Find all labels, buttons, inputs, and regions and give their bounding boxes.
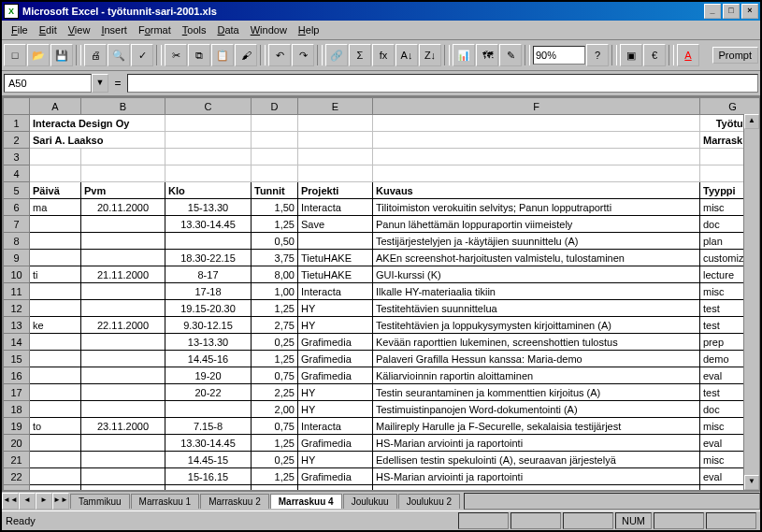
col-D[interactable]: D	[252, 98, 298, 115]
cell[interactable]: Tilitoimiston verokuitin selvitys; Panun…	[373, 199, 700, 216]
help-icon[interactable]: ?	[586, 44, 609, 66]
sheet-tab[interactable]: Marraskuu 2	[200, 494, 269, 509]
font-color-icon[interactable]: A	[677, 44, 699, 66]
menu-insert[interactable]: Insert	[95, 22, 133, 37]
cell[interactable]: 1,25	[252, 435, 298, 452]
col-F[interactable]: F	[373, 98, 700, 115]
cell[interactable]: 0,50	[252, 233, 298, 250]
scroll-down-icon[interactable]: ▼	[744, 475, 759, 490]
cell[interactable]	[30, 384, 81, 401]
cell[interactable]: 20.11.2000	[81, 199, 165, 216]
row-head[interactable]: 17	[4, 384, 30, 401]
formula-input[interactable]	[127, 74, 758, 93]
cell[interactable]	[30, 250, 81, 266]
cell[interactable]	[30, 351, 81, 367]
function-icon[interactable]: fx	[372, 44, 395, 66]
cell[interactable]: 1,50	[252, 199, 298, 216]
hdr-klo[interactable]: Klo	[165, 182, 252, 199]
horizontal-scrollbar[interactable]	[464, 493, 760, 510]
cell[interactable]	[165, 233, 252, 250]
paste-icon[interactable]: 📋	[211, 44, 234, 66]
sheet-tab[interactable]: Marraskuu 1	[131, 494, 200, 509]
cell[interactable]: Testitehtävien suunnittelua	[373, 300, 700, 317]
cell[interactable]	[30, 452, 81, 468]
cell[interactable]: Interacta	[298, 199, 373, 216]
cell[interactable]	[30, 401, 81, 418]
cell[interactable]: 21.11.2000	[81, 266, 165, 283]
row-head[interactable]: 10	[4, 266, 30, 283]
row-head[interactable]: 20	[4, 435, 30, 452]
hdr-pvm[interactable]: Pvm	[81, 182, 165, 199]
preview-icon[interactable]: 🔍	[108, 44, 130, 66]
cell[interactable]: 22.11.2000	[81, 317, 165, 334]
euro-icon[interactable]: €	[643, 44, 666, 66]
close-button[interactable]: ×	[741, 4, 758, 19]
cell[interactable]: Käliarvioinnin raportin aloittaminen	[373, 367, 700, 384]
cell[interactable]: Testitehtävien ja loppukysymysten kirjoi…	[373, 317, 700, 334]
cell[interactable]: HY	[298, 485, 373, 491]
cell[interactable]	[81, 485, 165, 491]
cell[interactable]	[81, 384, 165, 401]
menu-window[interactable]: Window	[245, 22, 293, 37]
sort-desc-icon[interactable]: Z↓	[419, 44, 441, 66]
row-head[interactable]: 23	[4, 485, 30, 491]
name-box[interactable]: A50	[4, 74, 92, 93]
menu-help[interactable]: Help	[293, 22, 325, 37]
col-A[interactable]: A	[30, 98, 81, 115]
autosum-icon[interactable]: Σ	[349, 44, 371, 66]
row-head[interactable]: 11	[4, 283, 30, 300]
row-head[interactable]: 13	[4, 317, 30, 334]
cell[interactable]: 15-13.30	[165, 199, 252, 216]
cell[interactable]: 2,75	[252, 317, 298, 334]
cell-A2[interactable]: Sari A. Laakso	[30, 132, 165, 149]
row-head[interactable]: 18	[4, 401, 30, 418]
cell[interactable]: 3,75	[252, 250, 298, 266]
cut-icon[interactable]: ✂	[165, 44, 187, 66]
cell[interactable]	[30, 485, 81, 491]
row-head[interactable]: 8	[4, 233, 30, 250]
cell[interactable]: 0,25	[252, 334, 298, 351]
cell[interactable]	[81, 351, 165, 367]
cell[interactable]: HS-Marian arviointi ja raportointi	[373, 435, 700, 452]
cell[interactable]: GUI-kurssi (K)	[373, 266, 700, 283]
cell[interactable]: TietuHAKE	[298, 266, 373, 283]
copy-icon[interactable]: ⧉	[188, 44, 210, 66]
menu-format[interactable]: Format	[133, 22, 177, 37]
cell[interactable]: 20-22	[165, 384, 252, 401]
row-head[interactable]: 15	[4, 351, 30, 367]
cell[interactable]	[81, 452, 165, 468]
cell[interactable]	[81, 468, 165, 485]
col-G[interactable]: G	[700, 98, 760, 115]
cell[interactable]	[81, 283, 165, 300]
cell[interactable]: 1,25	[252, 300, 298, 317]
hdr-tunnit[interactable]: Tunnit	[252, 182, 298, 199]
cell[interactable]: 15-16.15	[165, 468, 252, 485]
cell[interactable]: to	[30, 418, 81, 435]
cell[interactable]	[81, 334, 165, 351]
tab-prev-icon[interactable]: ◄	[19, 493, 36, 510]
cell[interactable]: 0,75	[252, 418, 298, 435]
cell[interactable]: 1,25	[252, 468, 298, 485]
row-head[interactable]: 21	[4, 452, 30, 468]
cell[interactable]: Interacta	[298, 283, 373, 300]
name-dropdown[interactable]: ▼	[92, 74, 108, 93]
cell[interactable]: ti	[30, 266, 81, 283]
cell[interactable]	[30, 468, 81, 485]
sheet-tab[interactable]: Joulukuu	[343, 494, 397, 509]
cell[interactable]: Kevään raporttien lukeminen, screenshott…	[373, 334, 700, 351]
cell[interactable]: 19.15-20.30	[165, 300, 252, 317]
cell[interactable]: HY	[298, 452, 373, 468]
print-icon[interactable]: 🖨	[84, 44, 107, 66]
col-C[interactable]: C	[165, 98, 252, 115]
cell[interactable]: 1,25	[252, 216, 298, 233]
row-head[interactable]: 6	[4, 199, 30, 216]
cell[interactable]: HY	[298, 300, 373, 317]
hdr-projekti[interactable]: Projekti	[298, 182, 373, 199]
row-head[interactable]: 19	[4, 418, 30, 435]
cell[interactable]: HY	[298, 384, 373, 401]
cell[interactable]: Grafimedia	[298, 435, 373, 452]
cell[interactable]	[81, 216, 165, 233]
menu-file[interactable]: File	[6, 22, 34, 37]
cell[interactable]: Grafimedia	[298, 468, 373, 485]
cell[interactable]: Testin seurantaminen ja kommenttien kirj…	[373, 384, 700, 401]
